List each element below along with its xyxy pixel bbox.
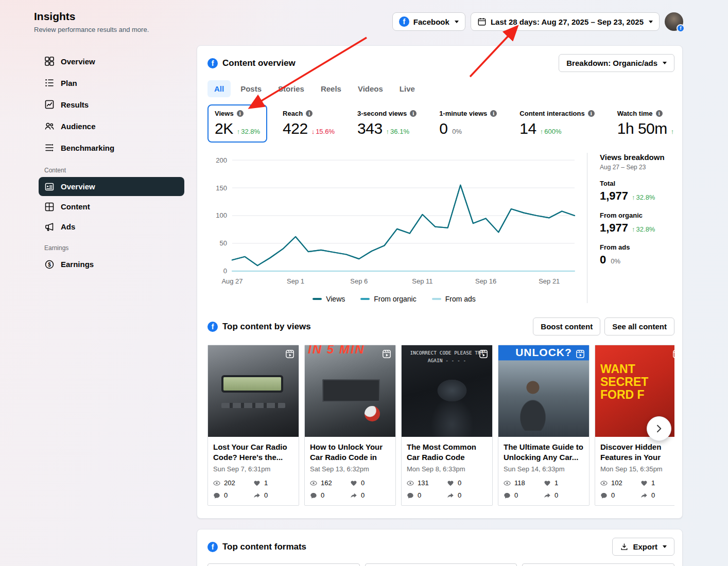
shares-icon — [350, 492, 357, 499]
content-stats: 131 0 0 0 — [407, 479, 487, 499]
shares-count: 0 — [361, 491, 365, 499]
svg-text:100: 100 — [216, 212, 227, 220]
sidebar-item-overview[interactable]: Overview — [39, 50, 184, 72]
chevron-down-icon — [663, 545, 667, 548]
views-count: 131 — [418, 479, 429, 487]
content-card[interactable]: UNLOCK? The Ultimate Guide to Unlocking … — [498, 345, 590, 506]
section-title: Content overview — [222, 58, 296, 68]
comments-count: 0 — [224, 491, 228, 499]
boost-content-button[interactable]: Boost content — [533, 317, 600, 335]
info-icon[interactable] — [410, 110, 417, 117]
top-controls: Facebook Last 28 days: Aug 27, 2025 – Se… — [392, 12, 683, 31]
date-range-selector[interactable]: Last 28 days: Aug 27, 2025 – Sep 23, 202… — [471, 12, 660, 31]
facebook-icon — [207, 322, 218, 332]
avatar[interactable] — [665, 12, 683, 31]
sidebar-item-label: Overview — [61, 57, 95, 66]
likes-icon — [253, 480, 261, 487]
tab-live[interactable]: Live — [393, 80, 422, 97]
see-all-content-button[interactable]: See all content — [604, 317, 674, 335]
tab-all[interactable]: All — [207, 80, 231, 97]
video-thumbnail: INCORRECT CODE PLEASE TRY AGAIN - - - - — [402, 345, 492, 437]
comments-count: 0 — [418, 491, 421, 499]
tab-videos[interactable]: Videos — [351, 80, 390, 97]
ads-icon — [44, 222, 55, 232]
metric-reach[interactable]: Reach 422 ↓15.6% — [275, 104, 342, 143]
content-card[interactable]: IN 5 MIN How to Unlock Your Car Radio Co… — [304, 345, 396, 506]
content-title: The Ultimate Guide to Unlocking Any Car.… — [504, 442, 584, 462]
chevron-down-icon — [455, 21, 459, 23]
likes-icon — [350, 480, 357, 487]
sidebar-item-plan[interactable]: Plan — [39, 72, 184, 94]
info-icon[interactable] — [490, 110, 497, 117]
info-icon[interactable] — [656, 110, 663, 117]
metric-1-minute-views[interactable]: 1-minute views 0 0% — [432, 104, 504, 143]
metric-value: 422 — [283, 120, 308, 137]
ads-swatch-icon — [432, 298, 441, 300]
tab-stories[interactable]: Stories — [271, 80, 311, 97]
content-card[interactable]: INCORRECT CODE PLEASE TRY AGAIN - - - - … — [401, 345, 493, 506]
reel-icon — [382, 349, 391, 359]
sidebar-item-ads[interactable]: Ads — [39, 217, 184, 236]
metric-value: 1h 50m — [617, 120, 667, 137]
content-card[interactable]: Lost Your Car Radio Code? Here's the... … — [207, 345, 299, 506]
metric-views[interactable]: Views 2K ↑32.8% — [207, 104, 267, 143]
views-line-chart: 050100150200Aug 27Sep 1Sep 6Sep 11Sep 16… — [207, 153, 581, 288]
metric-3-second-views[interactable]: 3-second views 343 ↑36.1% — [350, 104, 424, 143]
chevron-right-icon — [654, 423, 664, 434]
sidebar-item-earnings[interactable]: $ Earnings — [39, 255, 184, 274]
legend-from-organic: From organic — [360, 295, 416, 303]
tab-reels[interactable]: Reels — [314, 80, 348, 97]
svg-text:0: 0 — [223, 267, 227, 275]
likes-count: 1 — [554, 479, 558, 487]
views-count: 102 — [611, 479, 622, 487]
chart-legend: Views From organic From ads — [207, 295, 581, 303]
export-button[interactable]: Export — [612, 538, 674, 556]
platform-selector[interactable]: Facebook — [392, 12, 465, 31]
svg-text:Sep 6: Sep 6 — [350, 277, 368, 285]
svg-text:Sep 11: Sep 11 — [412, 277, 432, 285]
sidebar-item-results[interactable]: Results — [39, 94, 184, 115]
views-count: 162 — [321, 479, 332, 487]
thumbnail-text: IN 5 MIN — [308, 345, 365, 357]
facebook-badge-icon — [677, 24, 685, 32]
sidebar-item-label: Audience — [61, 122, 96, 131]
legend-from-ads: From ads — [432, 295, 476, 303]
facebook-icon — [207, 542, 218, 552]
sidebar: Overview Plan Results Audience Benchmark… — [39, 50, 184, 275]
breakdown-row-ads: From ads 0 0% — [600, 243, 674, 267]
chevron-down-icon — [649, 21, 653, 23]
video-thumbnail — [208, 345, 299, 437]
content-type-tabs: All Posts Stories Reels Videos Live — [207, 80, 674, 97]
svg-text:Aug 27: Aug 27 — [221, 277, 242, 285]
breakdown-selector-label: Breakdown: Organic/ads — [566, 59, 657, 67]
section-title: Top content by views — [222, 322, 311, 332]
sidebar-item-audience[interactable]: Audience — [39, 115, 184, 137]
legend-views: Views — [313, 295, 345, 303]
content-overview-card: Content overview Breakdown: Organic/ads … — [197, 45, 683, 519]
facebook-icon — [399, 16, 409, 27]
info-icon[interactable] — [237, 110, 244, 117]
sidebar-item-content-overview[interactable]: Overview — [39, 177, 184, 196]
info-icon[interactable] — [306, 110, 313, 117]
info-icon[interactable] — [588, 110, 595, 117]
likes-icon — [640, 480, 648, 487]
video-thumbnail: UNLOCK? — [498, 345, 589, 437]
download-icon — [620, 542, 629, 551]
breakdown-selector[interactable]: Breakdown: Organic/ads — [559, 54, 674, 72]
format-table-headers — [207, 563, 674, 566]
earnings-icon: $ — [44, 259, 55, 270]
sidebar-item-benchmarking[interactable]: Benchmarking — [39, 137, 184, 158]
sidebar-item-label: Ads — [61, 222, 75, 231]
tab-posts[interactable]: Posts — [234, 80, 268, 97]
metric-watch-time[interactable]: Watch time 1h 50m ↑12. — [610, 104, 674, 143]
metric-content-interactions[interactable]: Content interactions 14 ↑600% — [512, 104, 601, 143]
carousel-next-button[interactable] — [647, 416, 671, 441]
comments-count: 0 — [514, 491, 518, 499]
content-stats: 118 1 0 0 — [504, 479, 584, 499]
svg-text:Sep 1: Sep 1 — [287, 277, 304, 285]
views-swatch-icon — [313, 298, 322, 300]
benchmarking-icon — [44, 143, 55, 153]
sidebar-item-content[interactable]: Content — [39, 197, 184, 216]
metric-label: Reach — [283, 110, 303, 117]
metric-label: Watch time — [617, 110, 653, 117]
